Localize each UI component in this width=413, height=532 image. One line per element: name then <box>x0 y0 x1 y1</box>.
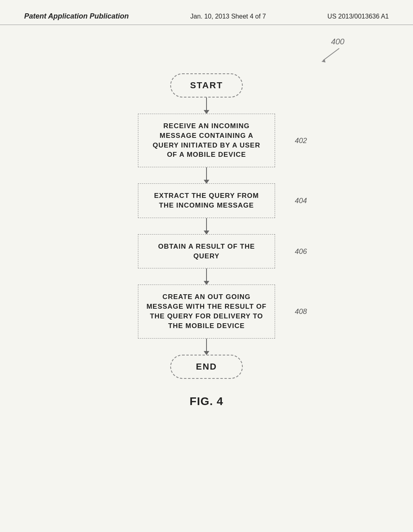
flowchart: START RECEIVE AN INCOMING MESSAGE CONTAI… <box>138 73 275 379</box>
step-406-label: 406 <box>295 247 307 256</box>
step-406-box: OBTAIN A RESULT OF THE QUERY 406 <box>138 234 275 269</box>
diagram-area: 400 START RECEIVE AN INCOMING MESSAGE CO… <box>0 25 413 408</box>
publication-label: Patent Application Publication <box>24 12 129 21</box>
arrow-2 <box>206 167 207 183</box>
step-408-label: 408 <box>295 307 307 316</box>
end-label: END <box>196 362 217 372</box>
end-oval: END <box>170 355 243 379</box>
page: Patent Application Publication Jan. 10, … <box>0 0 413 532</box>
step-404-text: EXTRACT THE QUERY FROM THE INCOMING MESS… <box>146 191 267 210</box>
figure-number-container: 400 <box>319 37 344 62</box>
date-sheet-label: Jan. 10, 2013 Sheet 4 of 7 <box>190 13 266 20</box>
step-404-label: 404 <box>295 196 307 205</box>
step-404-box: EXTRACT THE QUERY FROM THE INCOMING MESS… <box>138 183 275 218</box>
step-402-label: 402 <box>295 136 307 145</box>
arrow-5 <box>206 339 207 355</box>
step-402-text: RECEIVE AN INCOMING MESSAGE CONTAINING A… <box>146 121 267 160</box>
step-408-text: CREATE AN OUT GOING MESSAGE WITH THE RES… <box>146 292 267 330</box>
figure-number: 400 <box>331 37 344 46</box>
figure-caption: FIG. 4 <box>190 395 223 408</box>
arrow-3 <box>206 218 207 234</box>
figure-number-arrow-icon <box>319 46 343 62</box>
start-label: START <box>190 80 223 91</box>
svg-line-0 <box>323 48 339 60</box>
step-402-box: RECEIVE AN INCOMING MESSAGE CONTAINING A… <box>138 114 275 167</box>
start-oval: START <box>170 73 243 98</box>
arrow-4 <box>206 268 207 285</box>
header: Patent Application Publication Jan. 10, … <box>0 0 413 25</box>
step-406-text: OBTAIN A RESULT OF THE QUERY <box>146 242 267 261</box>
step-408-box: CREATE AN OUT GOING MESSAGE WITH THE RES… <box>138 285 275 338</box>
patent-number-label: US 2013/0013636 A1 <box>327 13 389 20</box>
arrow-1 <box>206 98 207 114</box>
